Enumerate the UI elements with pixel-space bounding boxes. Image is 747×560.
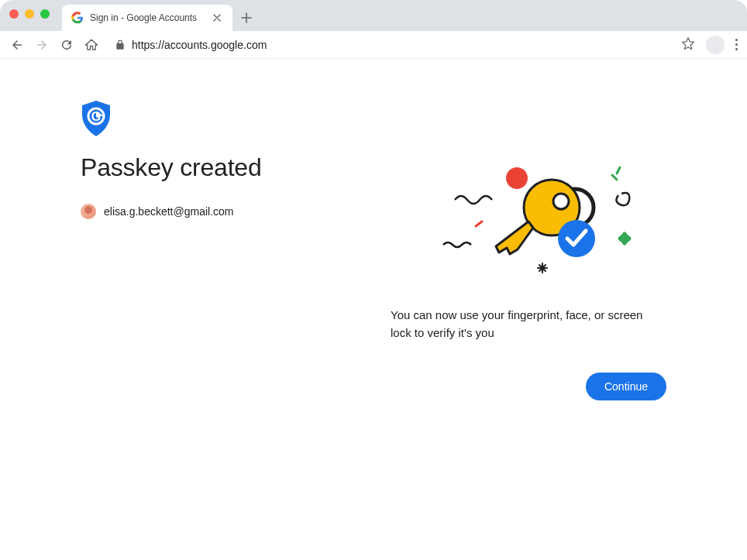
back-button[interactable] [9,37,25,53]
right-column: You can now use your fingerprint, face, … [391,101,666,400]
window-controls [9,9,50,19]
description-text: You can now use your fingerprint, face, … [391,307,666,342]
maximize-window-button[interactable] [40,9,50,19]
svg-text:G: G [91,110,101,123]
profile-avatar[interactable] [706,36,725,54]
account-avatar-icon [81,204,96,219]
page-content: G Passkey created elisa.g.beckett@gmail.… [0,59,747,400]
forward-button[interactable] [34,37,50,53]
svg-point-4 [553,194,569,209]
reload-button[interactable] [59,37,74,53]
browser-menu-icon[interactable] [735,39,738,50]
browser-toolbar: https://accounts.google.com [0,31,747,59]
close-window-button[interactable] [9,9,19,19]
account-chip[interactable]: elisa.g.beckett@gmail.com [81,204,360,219]
minimize-window-button[interactable] [25,9,34,19]
page-title: Passkey created [81,153,360,182]
button-row: Continue [391,373,666,400]
account-email: elisa.g.beckett@gmail.com [104,205,234,218]
tab-title: Sign in - Google Accounts [90,12,205,23]
browser-tab-strip: Sign in - Google Accounts [0,0,747,31]
lock-icon [115,40,126,50]
url-text: https://accounts.google.com [132,39,267,51]
passkey-illustration [412,161,645,285]
new-tab-button[interactable] [236,7,257,29]
continue-button[interactable]: Continue [586,373,666,400]
bookmark-star-icon[interactable] [681,36,695,53]
google-shield-icon: G [81,101,112,136]
browser-tab[interactable]: Sign in - Google Accounts [62,5,232,31]
left-column: G Passkey created elisa.g.beckett@gmail.… [81,101,360,400]
home-button[interactable] [84,37,99,53]
address-bar[interactable]: https://accounts.google.com [108,39,672,51]
google-favicon-icon [71,12,84,24]
close-tab-icon[interactable] [211,12,223,24]
